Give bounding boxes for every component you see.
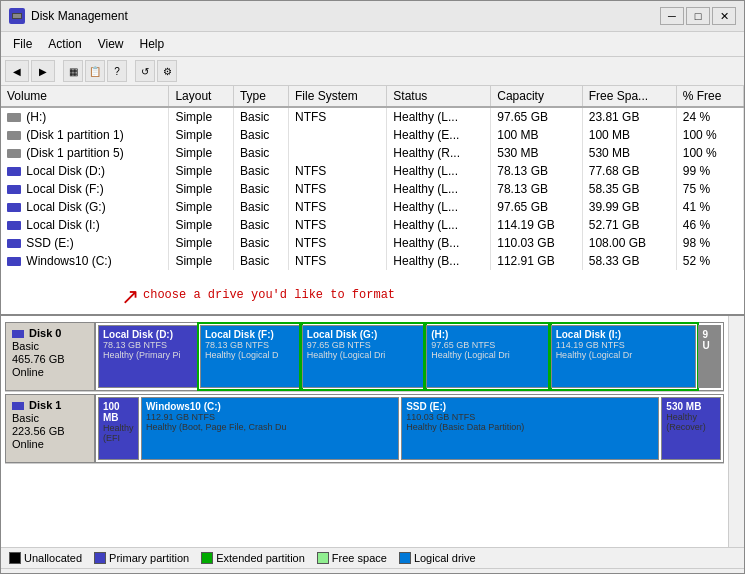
cell-status: Healthy (L... [387,216,491,234]
table-row[interactable]: (Disk 1 partition 5) Simple Basic Health… [1,144,744,162]
disk-mgmt-button[interactable]: ▦ [63,60,83,82]
legend-item: Primary partition [94,552,189,564]
cell-fs: NTFS [288,180,386,198]
cell-status: Healthy (E... [387,126,491,144]
cell-type: Basic [233,252,288,270]
col-pct[interactable]: % Free [676,86,743,107]
cell-pct: 99 % [676,162,743,180]
table-row[interactable]: Local Disk (I:) Simple Basic NTFS Health… [1,216,744,234]
col-status[interactable]: Status [387,86,491,107]
table-row[interactable]: SSD (E:) Simple Basic NTFS Healthy (B...… [1,234,744,252]
cell-pct: 98 % [676,234,743,252]
table-row[interactable]: Local Disk (D:) Simple Basic NTFS Health… [1,162,744,180]
cell-capacity: 78.13 GB [491,180,582,198]
cell-fs: NTFS [288,252,386,270]
legend-color-box [94,552,106,564]
cell-pct: 52 % [676,252,743,270]
cell-status: Healthy (L... [387,107,491,126]
menu-file[interactable]: File [5,34,40,54]
disk-type: Basic [12,412,88,424]
cell-layout: Simple [169,252,234,270]
cell-status: Healthy (L... [387,198,491,216]
col-free[interactable]: Free Spa... [582,86,676,107]
cell-capacity: 114.19 GB [491,216,582,234]
cell-capacity: 110.03 GB [491,234,582,252]
cell-volume: Local Disk (G:) [1,198,169,216]
cell-volume: Local Disk (I:) [1,216,169,234]
table-row[interactable]: Local Disk (F:) Simple Basic NTFS Health… [1,180,744,198]
cell-layout: Simple [169,234,234,252]
partition-0-1[interactable]: Local Disk (F:) 78.13 GB NTFS Healthy (L… [200,325,300,388]
partition-label: Local Disk (G:) [307,329,419,340]
cell-pct: 24 % [676,107,743,126]
partition-0-3[interactable]: (H:) 97.65 GB NTFS Healthy (Logical Dri [426,325,548,388]
cell-volume: (Disk 1 partition 1) [1,126,169,144]
partition-label: Local Disk (F:) [205,329,295,340]
refresh-button[interactable]: ↺ [135,60,155,82]
annotation-arrow-icon: ↗ [121,284,139,310]
partition-0-0[interactable]: Local Disk (D:) 78.13 GB NTFS Healthy (P… [98,325,198,388]
partition-1-3[interactable]: 530 MB Healthy (Recover) [661,397,721,460]
forward-button[interactable]: ▶ [31,60,55,82]
disk-info-1: Disk 1 Basic 223.56 GB Online [5,394,95,463]
title-bar: Disk Management ─ □ ✕ [1,1,744,32]
partition-1-1[interactable]: Windows10 (C:) 112.91 GB NTFS Healthy (B… [141,397,399,460]
menu-view[interactable]: View [90,34,132,54]
table-row[interactable]: (Disk 1 partition 1) Simple Basic Health… [1,126,744,144]
legend-label: Unallocated [24,552,82,564]
menu-help[interactable]: Help [132,34,173,54]
partition-detail2: Healthy (Recover) [666,412,716,432]
disk-info-0: Disk 0 Basic 465.76 GB Online [5,322,95,391]
disk-status: Online [12,366,88,378]
cell-capacity: 112.91 GB [491,252,582,270]
cell-layout: Simple [169,180,234,198]
partition-label: 530 MB [666,401,716,412]
partition-1-2[interactable]: SSD (E:) 110.03 GB NTFS Healthy (Basic D… [401,397,659,460]
table-row[interactable]: (H:) Simple Basic NTFS Healthy (L... 97.… [1,107,744,126]
annotation-area: ↗ choose a drive you'd like to format [121,284,395,310]
partition-1-0[interactable]: 100 MB Healthy (EFI [98,397,139,460]
minimize-button[interactable]: ─ [660,7,684,25]
partition-0-4[interactable]: Local Disk (I:) 114.19 GB NTFS Healthy (… [551,325,696,388]
col-fs[interactable]: File System [288,86,386,107]
legend-item: Logical drive [399,552,476,564]
cell-free: 39.99 GB [582,198,676,216]
legend-label: Logical drive [414,552,476,564]
legend-color-box [201,552,213,564]
disk-partitions-1: 100 MB Healthy (EFI Windows10 (C:) 112.9… [95,394,724,463]
cell-volume: (Disk 1 partition 5) [1,144,169,162]
settings-button[interactable]: ⚙ [157,60,177,82]
legend: Unallocated Primary partition Extended p… [1,547,744,568]
table-row[interactable]: Windows10 (C:) Simple Basic NTFS Healthy… [1,252,744,270]
col-capacity[interactable]: Capacity [491,86,582,107]
cell-fs: NTFS [288,162,386,180]
partition-label: (H:) [431,329,543,340]
back-button[interactable]: ◀ [5,60,29,82]
cell-type: Basic [233,198,288,216]
table-row[interactable]: Local Disk (G:) Simple Basic NTFS Health… [1,198,744,216]
maximize-button[interactable]: □ [686,7,710,25]
cell-type: Basic [233,234,288,252]
menu-action[interactable]: Action [40,34,89,54]
close-button[interactable]: ✕ [712,7,736,25]
partition-detail2: Healthy (Primary Pi [103,350,193,360]
cell-layout: Simple [169,144,234,162]
cell-pct: 100 % [676,126,743,144]
col-volume[interactable]: Volume [1,86,169,107]
partition-detail2: Healthy (Logical D [205,350,295,360]
col-type[interactable]: Type [233,86,288,107]
cell-free: 77.68 GB [582,162,676,180]
scrollbar[interactable] [728,316,744,547]
cell-type: Basic [233,162,288,180]
col-layout[interactable]: Layout [169,86,234,107]
properties-button[interactable]: 📋 [85,60,105,82]
cell-type: Basic [233,216,288,234]
cell-free: 530 MB [582,144,676,162]
partition-detail2: Healthy (EFI [103,423,134,443]
help-toolbar-button[interactable]: ? [107,60,127,82]
partition-0-5[interactable]: 9 U [698,325,721,388]
cell-free: 100 MB [582,126,676,144]
partition-label: Windows10 (C:) [146,401,394,412]
legend-label: Free space [332,552,387,564]
partition-0-2[interactable]: Local Disk (G:) 97.65 GB NTFS Healthy (L… [302,325,424,388]
